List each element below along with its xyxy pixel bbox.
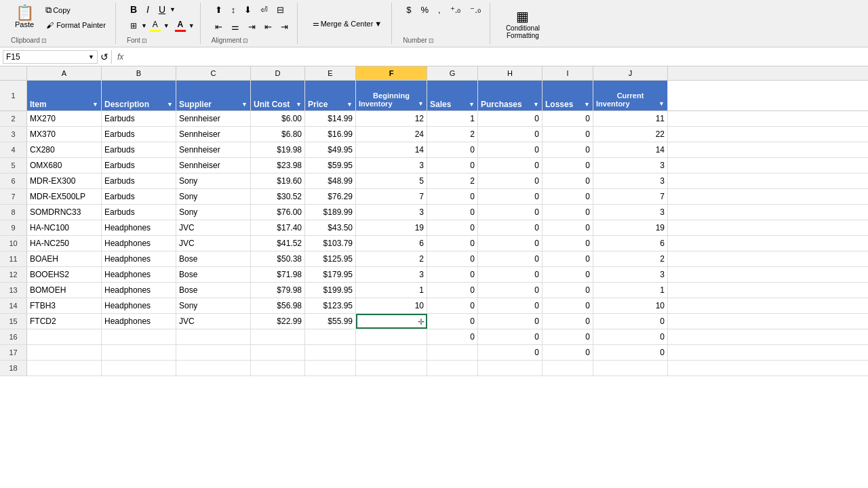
increase-indent-button[interactable]: ⇥: [277, 20, 292, 34]
cell-d18[interactable]: [251, 361, 305, 375]
cell-c17[interactable]: [176, 345, 251, 360]
cell-f2[interactable]: 12: [356, 111, 427, 126]
cell-j1[interactable]: Current Inventory ▼: [593, 81, 668, 110]
cell-i12[interactable]: 0: [542, 267, 593, 282]
cell-h7[interactable]: 0: [478, 189, 542, 204]
cell-g7[interactable]: 0: [427, 189, 478, 204]
row-num-8[interactable]: 8: [0, 205, 27, 220]
col-header-j[interactable]: J: [593, 66, 668, 80]
cell-g1[interactable]: Sales ▼: [427, 81, 478, 110]
losses-filter-dropdown[interactable]: ▼: [584, 101, 590, 108]
cell-b3[interactable]: Earbuds: [102, 127, 176, 142]
cell-f6[interactable]: 5: [356, 174, 427, 188]
cell-ref-dropdown[interactable]: ▼: [88, 54, 94, 60]
cell-g18[interactable]: [427, 361, 478, 375]
cell-d14[interactable]: $56.98: [251, 298, 305, 313]
cell-g17[interactable]: [427, 345, 478, 360]
row-num-6[interactable]: 6: [0, 174, 27, 188]
cell-f13[interactable]: 1: [356, 283, 427, 298]
cell-h13[interactable]: 0: [478, 283, 542, 298]
cell-b15[interactable]: Headphones: [102, 314, 176, 329]
price-filter-dropdown[interactable]: ▼: [347, 101, 353, 108]
merge-center-dropdown[interactable]: ▼: [374, 20, 382, 28]
cell-g3[interactable]: 2: [427, 127, 478, 142]
dollar-button[interactable]: $: [403, 3, 414, 17]
cell-d15[interactable]: $22.99: [251, 314, 305, 329]
cell-h10[interactable]: 0: [478, 236, 542, 251]
cell-c8[interactable]: Sony: [176, 205, 251, 220]
row-num-16[interactable]: 16: [0, 329, 27, 344]
cell-h17[interactable]: 0: [478, 345, 542, 360]
cell-b7[interactable]: Earbuds: [102, 189, 176, 204]
cell-d13[interactable]: $79.98: [251, 283, 305, 298]
cell-g5[interactable]: 0: [427, 158, 478, 173]
cell-j16[interactable]: 0: [593, 329, 668, 344]
percent-button[interactable]: %: [417, 3, 432, 17]
border-dropdown[interactable]: ▼: [141, 22, 147, 29]
cell-e3[interactable]: $16.99: [305, 127, 356, 142]
clipboard-dialog-launcher[interactable]: ⊡: [41, 37, 47, 44]
paste-button[interactable]: 📋 Paste: [11, 3, 38, 30]
cell-j18[interactable]: [593, 361, 668, 375]
cell-c6[interactable]: Sony: [176, 174, 251, 188]
col-header-a[interactable]: A: [27, 66, 102, 80]
format-painter-button[interactable]: 🖌 Format Painter: [42, 19, 110, 31]
cell-g11[interactable]: 0: [427, 251, 478, 266]
cell-h5[interactable]: 0: [478, 158, 542, 173]
text-color-button[interactable]: A: [175, 20, 186, 32]
cell-d16[interactable]: [251, 329, 305, 344]
cell-g9[interactable]: 0: [427, 220, 478, 235]
cell-g13[interactable]: 0: [427, 283, 478, 298]
align-center-text-button[interactable]: ⚌: [228, 20, 243, 34]
cell-a16[interactable]: [27, 329, 102, 344]
cell-i3[interactable]: 0: [542, 127, 593, 142]
cell-h12[interactable]: 0: [478, 267, 542, 282]
cell-a9[interactable]: HA-NC100: [27, 220, 102, 235]
cell-e7[interactable]: $76.29: [305, 189, 356, 204]
align-bottom-button[interactable]: ⬇: [241, 3, 255, 17]
unit-cost-filter-dropdown[interactable]: ▼: [296, 101, 302, 108]
cell-i17[interactable]: 0: [542, 345, 593, 360]
cell-a8[interactable]: SOMDRNC33: [27, 205, 102, 220]
cell-d4[interactable]: $19.98: [251, 142, 305, 157]
row-num-1[interactable]: 1: [0, 81, 27, 110]
cell-b13[interactable]: Headphones: [102, 283, 176, 298]
cell-c14[interactable]: Sony: [176, 298, 251, 313]
cell-c7[interactable]: Sony: [176, 189, 251, 204]
cell-b17[interactable]: [102, 345, 176, 360]
cell-e4[interactable]: $49.95: [305, 142, 356, 157]
row-num-2[interactable]: 2: [0, 111, 27, 126]
cell-c10[interactable]: JVC: [176, 236, 251, 251]
current-inventory-filter-dropdown[interactable]: ▼: [658, 100, 665, 107]
cell-d5[interactable]: $23.98: [251, 158, 305, 173]
cell-h15[interactable]: 0: [478, 314, 542, 329]
row-num-9[interactable]: 9: [0, 220, 27, 235]
row-num-13[interactable]: 13: [0, 283, 27, 298]
cell-e10[interactable]: $103.79: [305, 236, 356, 251]
cell-f9[interactable]: 19: [356, 220, 427, 235]
cell-j2[interactable]: 11: [593, 111, 668, 126]
cell-f5[interactable]: 3: [356, 158, 427, 173]
cell-j5[interactable]: 3: [593, 158, 668, 173]
cell-j15[interactable]: 0: [593, 314, 668, 329]
cell-i4[interactable]: 0: [542, 142, 593, 157]
cell-i9[interactable]: 0: [542, 220, 593, 235]
cell-f4[interactable]: 14: [356, 142, 427, 157]
cell-c18[interactable]: [176, 361, 251, 375]
underline-button[interactable]: U: [155, 3, 169, 16]
underline-dropdown[interactable]: ▼: [170, 6, 176, 13]
cell-f11[interactable]: 2: [356, 251, 427, 266]
cell-h16[interactable]: 0: [478, 329, 542, 344]
cell-d7[interactable]: $30.52: [251, 189, 305, 204]
cell-e5[interactable]: $59.95: [305, 158, 356, 173]
cell-e13[interactable]: $199.95: [305, 283, 356, 298]
align-top-button[interactable]: ⬆: [212, 3, 226, 17]
beginning-inventory-filter-dropdown[interactable]: ▼: [418, 100, 424, 107]
sales-filter-dropdown[interactable]: ▼: [469, 101, 475, 108]
cell-e11[interactable]: $125.95: [305, 251, 356, 266]
item-filter-dropdown[interactable]: ▼: [92, 101, 98, 108]
cell-d11[interactable]: $50.38: [251, 251, 305, 266]
cell-d1[interactable]: Unit Cost ▼: [251, 81, 305, 110]
conditional-formatting-button[interactable]: ▦ ConditionalFormatting: [501, 5, 545, 43]
cell-i16[interactable]: 0: [542, 329, 593, 344]
